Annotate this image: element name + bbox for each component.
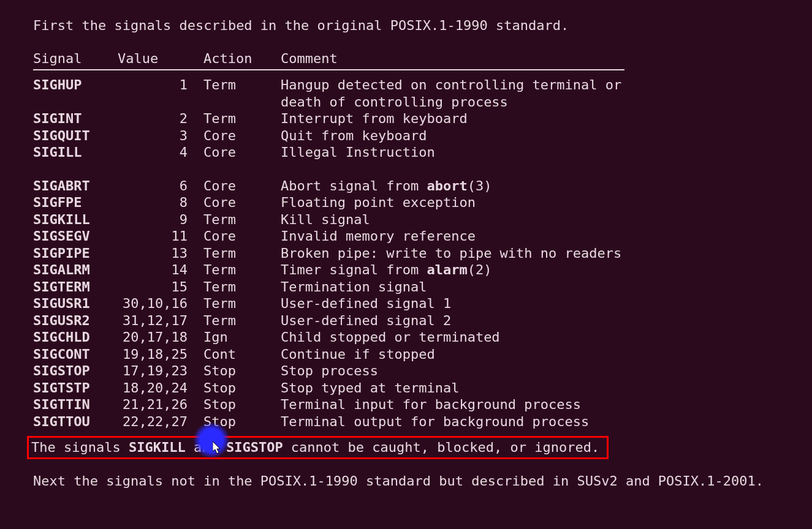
signal-comment: Child stopped or terminated — [281, 329, 624, 346]
signal-name: SIGQUIT — [33, 127, 118, 144]
signal-value: 9 — [118, 211, 203, 228]
signal-action: Core — [203, 228, 281, 245]
signal-action: Core — [203, 127, 281, 144]
signal-comment: Kill signal — [281, 211, 624, 228]
signal-comment: Abort signal from abort(3) — [281, 178, 624, 195]
man-ref: abort — [427, 178, 467, 193]
signal-action: Stop — [203, 396, 281, 413]
signal-action: Term — [203, 110, 281, 127]
signal-comment: Termination signal — [281, 279, 624, 296]
table-row: SIGUSR231,12,17TermUser-defined signal 2 — [33, 312, 799, 329]
header-value: Value — [118, 50, 203, 67]
signal-value: 14 — [118, 261, 203, 279]
signal-value: 21,21,26 — [118, 396, 203, 413]
signal-action: Stop — [203, 413, 281, 430]
note-post: cannot be caught, blocked, or ignored. — [283, 440, 600, 455]
table-header: Signal Value Action Comment — [33, 50, 624, 71]
table-row: SIGCONT19,18,25ContContinue if stopped — [33, 346, 799, 363]
note-mid: and — [186, 440, 226, 455]
note-sigkill: SIGKILL — [129, 440, 186, 455]
signal-comment: Terminal output for background process — [281, 413, 624, 430]
table-row: SIGSTOP17,19,23StopStop process — [33, 362, 799, 380]
signal-comment: Floating point exception — [281, 194, 624, 211]
signal-value: 1 — [118, 77, 203, 94]
highlighted-note: The signals SIGKILL and SIGSTOP cannot b… — [27, 436, 609, 459]
man-ref: alarm — [427, 262, 467, 277]
signal-action: Term — [203, 312, 281, 329]
note-pre: The signals — [31, 440, 129, 455]
table-row: SIGSEGV11CoreInvalid memory reference — [33, 228, 799, 245]
table-row: SIGTSTP18,20,24StopStop typed at termina… — [33, 380, 799, 397]
signal-action: Core — [203, 144, 281, 161]
signal-value: 15 — [118, 279, 203, 296]
signal-action: Stop — [203, 380, 281, 397]
signal-value: 2 — [118, 110, 203, 127]
signal-name: SIGABRT — [33, 178, 118, 195]
signal-name: SIGFPE — [33, 194, 118, 211]
table-row: SIGUSR130,10,16TermUser-defined signal 1 — [33, 295, 799, 312]
signal-comment: Quit from keyboard — [281, 127, 624, 144]
man-page-content: First the signals described in the origi… — [0, 0, 812, 489]
signal-name: SIGCHLD — [33, 329, 118, 346]
signal-comment: Terminal input for background process — [281, 396, 624, 413]
signal-comment: Stop typed at terminal — [281, 380, 624, 397]
signal-action: Term — [203, 77, 281, 94]
table-row: SIGQUIT3CoreQuit from keyboard — [33, 127, 799, 144]
signal-table-body: SIGHUP1TermHangup detected on controllin… — [33, 77, 812, 430]
table-row: SIGFPE8CoreFloating point exception — [33, 194, 799, 211]
table-row: SIGABRT6CoreAbort signal from abort(3) — [33, 178, 799, 195]
signal-name: SIGSTOP — [33, 362, 118, 380]
signal-comment: Broken pipe: write to pipe with no reade… — [281, 245, 624, 262]
table-row: SIGHUP1TermHangup detected on controllin… — [33, 77, 799, 110]
signal-name: SIGALRM — [33, 261, 118, 279]
table-row: SIGILL4CoreIllegal Instruction — [33, 144, 799, 161]
signal-value: 3 — [118, 127, 203, 144]
table-row: SIGTTIN21,21,26StopTerminal input for ba… — [33, 396, 799, 413]
signal-name: SIGHUP — [33, 77, 118, 94]
signal-value: 13 — [118, 245, 203, 262]
signal-name: SIGKILL — [33, 211, 118, 228]
signal-value: 17,19,23 — [118, 362, 203, 380]
signal-name: SIGTSTP — [33, 380, 118, 397]
signal-comment: User-defined signal 1 — [281, 295, 624, 312]
signal-action: Core — [203, 194, 281, 211]
next-section-text: Next the signals not in the POSIX.1-1990… — [33, 473, 812, 490]
signal-comment: Interrupt from keyboard — [281, 110, 624, 127]
signal-value: 8 — [118, 194, 203, 211]
signal-value: 4 — [118, 144, 203, 161]
signal-comment: Illegal Instruction — [281, 144, 624, 161]
header-comment: Comment — [281, 50, 624, 67]
signal-value: 30,10,16 — [118, 295, 203, 312]
signal-comment: Invalid memory reference — [281, 228, 624, 245]
signal-value: 6 — [118, 178, 203, 195]
signal-value: 31,12,17 — [118, 312, 203, 329]
signal-comment: Hangup detected on controlling terminal … — [281, 77, 624, 110]
signal-action: Ign — [203, 329, 281, 346]
signal-name: SIGUSR1 — [33, 295, 118, 312]
signal-action: Term — [203, 245, 281, 262]
signal-value: 11 — [118, 228, 203, 245]
signal-value: 20,17,18 — [118, 329, 203, 346]
table-row: SIGPIPE13TermBroken pipe: write to pipe … — [33, 245, 799, 262]
signal-action: Term — [203, 211, 281, 228]
signal-comment: Stop process — [281, 362, 624, 380]
signal-action: Term — [203, 261, 281, 279]
signal-action: Cont — [203, 346, 281, 363]
table-row: SIGTTOU22,22,27StopTerminal output for b… — [33, 413, 799, 430]
table-row: SIGINT2TermInterrupt from keyboard — [33, 110, 799, 127]
intro-text: First the signals described in the origi… — [33, 17, 812, 34]
signal-name: SIGTTIN — [33, 396, 118, 413]
header-action: Action — [203, 50, 281, 67]
table-row: SIGCHLD20,17,18IgnChild stopped or termi… — [33, 329, 799, 346]
signal-name: SIGCONT — [33, 346, 118, 363]
signal-name: SIGTTOU — [33, 413, 118, 430]
signal-value: 22,22,27 — [118, 413, 203, 430]
signal-comment: Timer signal from alarm(2) — [281, 261, 624, 279]
header-signal: Signal — [33, 50, 118, 67]
signal-name: SIGPIPE — [33, 245, 118, 262]
table-row: SIGALRM14TermTimer signal from alarm(2) — [33, 261, 799, 279]
signal-name: SIGILL — [33, 144, 118, 161]
signal-name: SIGINT — [33, 110, 118, 127]
signal-name: SIGUSR2 — [33, 312, 118, 329]
signal-name: SIGTERM — [33, 279, 118, 296]
